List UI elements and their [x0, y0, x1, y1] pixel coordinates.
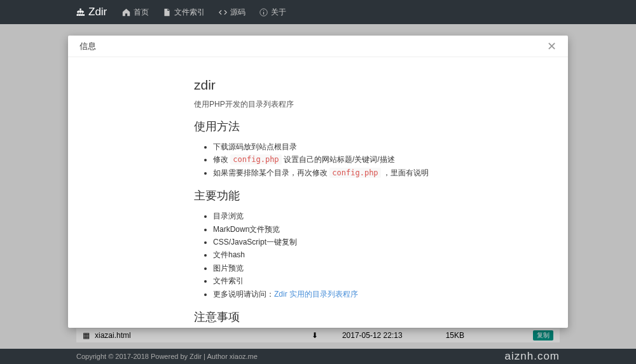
brand-text: Zdir [88, 6, 107, 18]
list-item: MarkDown文件预览 [213, 223, 442, 236]
navbar: Zdir 首页 文件索引 源码 关于 [0, 0, 636, 24]
features-heading: 主要功能 [194, 188, 442, 203]
readme-content: zdir 使用PHP开发的目录列表程序 使用方法 下载源码放到站点根目录 修改 … [80, 57, 556, 328]
nav-about[interactable]: 关于 [259, 7, 286, 18]
list-item: 修改 config.php 设置自己的网站标题/关键词/描述 [213, 153, 442, 166]
list-item: 如果需要排除某个目录，再次修改 config.php ，里面有说明 [213, 166, 442, 179]
footer: Copyright © 2017-2018 Powered by Zdir | … [0, 349, 636, 364]
list-item: 图片预览 [213, 262, 442, 274]
modal-body[interactable]: zdir 使用PHP开发的目录列表程序 使用方法 下载源码放到站点根目录 修改 … [68, 57, 568, 328]
more-link[interactable]: Zdir 实用的目录列表程序 [274, 290, 358, 299]
list-item: 更多说明请访问：Zdir 实用的目录列表程序 [213, 288, 442, 300]
modal-title: 信息 [80, 41, 96, 52]
usage-list: 下载源码放到站点根目录 修改 config.php 设置自己的网站标题/关键词/… [213, 140, 442, 179]
usage-heading: 使用方法 [194, 119, 442, 134]
copyright: Copyright © 2017-2018 Powered by Zdir | … [76, 353, 258, 360]
nav-source[interactable]: 源码 [219, 7, 245, 18]
nav-file-index[interactable]: 文件索引 [163, 7, 205, 18]
modal: 信息 ✕ zdir 使用PHP开发的目录列表程序 使用方法 下载源码放到站点根目… [68, 36, 568, 328]
content-sub: 使用PHP开发的目录列表程序 [194, 99, 442, 110]
notice-heading: 注意事项 [194, 309, 442, 325]
sitemap-icon [76, 8, 85, 17]
features-list: 目录浏览 MarkDown文件预览 CSS/JavaScript一键复制 文件h… [213, 210, 442, 300]
modal-header: 信息 ✕ [68, 36, 568, 57]
list-item: 下载源码放到站点根目录 [213, 140, 442, 153]
list-item: 文件索引 [213, 274, 442, 287]
code-icon [219, 8, 227, 17]
list-item: 目录浏览 [213, 210, 442, 222]
brand[interactable]: Zdir [76, 6, 107, 18]
list-item: CSS/JavaScript一键复制 [213, 236, 442, 248]
content-h1: zdir [194, 78, 442, 93]
home-icon [122, 8, 130, 17]
nav-home[interactable]: 首页 [122, 7, 149, 18]
info-icon [259, 8, 268, 17]
close-icon[interactable]: ✕ [547, 39, 556, 53]
watermark: aiznh.com [505, 350, 560, 363]
list-item: 文件hash [213, 248, 442, 261]
file-icon [163, 8, 171, 17]
modal-overlay: 信息 ✕ zdir 使用PHP开发的目录列表程序 使用方法 下载源码放到站点根目… [0, 24, 636, 349]
